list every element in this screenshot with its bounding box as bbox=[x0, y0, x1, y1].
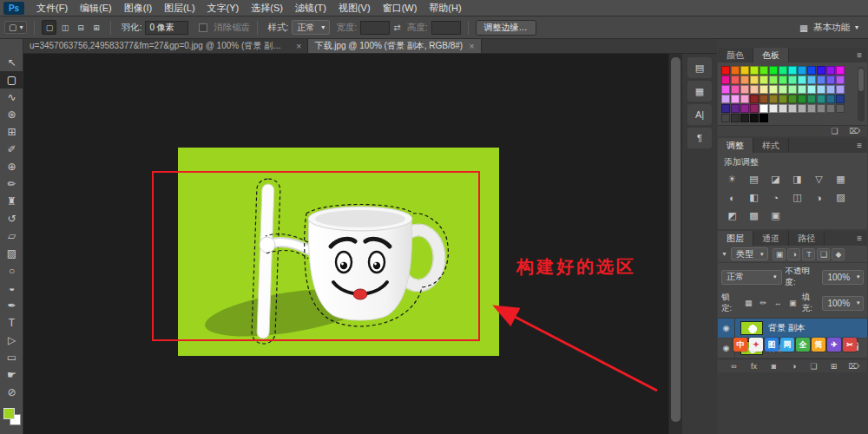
color-swatch[interactable] bbox=[836, 66, 845, 75]
color-swatch[interactable] bbox=[807, 104, 816, 113]
selective-color-adjustment-icon[interactable]: ▣ bbox=[766, 207, 786, 224]
taskbar-icon-7[interactable]: ✈ bbox=[827, 338, 841, 352]
canvas-area[interactable]: 构建好的选区 bbox=[23, 54, 668, 434]
color-swatch[interactable] bbox=[798, 104, 806, 113]
scrollbar-thumb[interactable] bbox=[671, 57, 681, 422]
panel-menu-icon[interactable]: ≡ bbox=[852, 48, 867, 62]
brush-tool[interactable]: ✏ bbox=[0, 175, 23, 193]
document-tab-1[interactable]: u=3457063756,249583377&fm=27&gp=0.jpg @ … bbox=[23, 39, 308, 53]
quick-selection-tool[interactable]: ⊛ bbox=[0, 106, 23, 123]
height-input[interactable] bbox=[431, 21, 461, 35]
intersect-selection-icon[interactable]: ⊞ bbox=[89, 20, 103, 35]
add-to-selection-icon[interactable]: ◫ bbox=[57, 20, 72, 35]
vertical-scrollbar[interactable] bbox=[668, 54, 682, 434]
blend-mode-select[interactable]: 正常 ▾ bbox=[721, 270, 782, 285]
crop-tool[interactable]: ⊞ bbox=[0, 123, 23, 141]
delete-layer-icon[interactable]: ⌦ bbox=[847, 360, 860, 372]
gradient-map-adjustment-icon[interactable]: ▩ bbox=[744, 207, 764, 224]
color-swatch[interactable] bbox=[826, 85, 835, 94]
eyedropper-tool[interactable]: ✐ bbox=[0, 141, 23, 158]
taskbar-icon-8[interactable]: ✂ bbox=[843, 338, 857, 352]
dodge-tool[interactable]: ◒ bbox=[0, 279, 23, 297]
add-layer-mask-icon[interactable]: ◙ bbox=[767, 360, 780, 372]
taskbar-icon-5[interactable]: 全 bbox=[796, 338, 810, 352]
color-swatch[interactable] bbox=[788, 76, 797, 84]
color-swatch[interactable] bbox=[750, 104, 759, 113]
color-swatch[interactable] bbox=[826, 95, 835, 103]
taskbar-icon-4[interactable]: 网 bbox=[780, 338, 794, 352]
color-swatch[interactable] bbox=[826, 66, 835, 75]
menu-item-4[interactable]: 图层(L) bbox=[158, 0, 201, 16]
new-adjustment-layer-icon[interactable]: ◑ bbox=[787, 360, 800, 372]
menu-item-2[interactable]: 编辑(E) bbox=[74, 0, 118, 16]
collapsed-panel-history-icon[interactable]: ▤ bbox=[687, 57, 712, 78]
filter-type-layers-icon[interactable]: T bbox=[802, 248, 815, 260]
photo-filter-adjustment-icon[interactable]: ◔ bbox=[766, 189, 786, 206]
color-swatch[interactable] bbox=[788, 95, 797, 103]
color-swatch[interactable] bbox=[798, 95, 806, 103]
tab-color[interactable]: 颜色 bbox=[718, 48, 753, 62]
color-swatch[interactable] bbox=[760, 104, 768, 113]
threshold-adjustment-icon[interactable]: ◩ bbox=[722, 207, 742, 224]
menu-item-3[interactable]: 图像(I) bbox=[118, 0, 158, 16]
color-swatch[interactable] bbox=[750, 85, 759, 94]
close-icon[interactable]: × bbox=[296, 42, 301, 51]
color-swatch[interactable] bbox=[760, 85, 768, 94]
tab-layers[interactable]: 图层 bbox=[718, 231, 753, 246]
color-swatch[interactable] bbox=[798, 76, 806, 84]
color-swatch[interactable] bbox=[769, 104, 778, 113]
color-swatch[interactable] bbox=[740, 95, 749, 103]
layer-filter-type-select[interactable]: 类型 ▾ bbox=[731, 247, 769, 260]
tab-styles[interactable]: 样式 bbox=[753, 138, 789, 153]
gradient-tool[interactable]: ▨ bbox=[0, 245, 23, 262]
color-swatch[interactable] bbox=[817, 85, 825, 94]
new-group-icon[interactable]: ❏ bbox=[807, 360, 820, 372]
color-swatch[interactable] bbox=[779, 85, 787, 94]
lock-transparent-pixels-icon[interactable]: ▦ bbox=[742, 297, 755, 309]
menu-item-6[interactable]: 选择(S) bbox=[245, 0, 289, 16]
filter-pixel-layers-icon[interactable]: ▣ bbox=[773, 248, 786, 260]
color-swatch[interactable] bbox=[836, 95, 845, 103]
color-swatch[interactable] bbox=[826, 76, 835, 84]
blur-tool[interactable]: ○ bbox=[0, 262, 23, 279]
collapsed-panel-properties-icon[interactable]: ▦ bbox=[687, 81, 712, 102]
color-swatch[interactable] bbox=[836, 85, 845, 94]
color-swatch[interactable] bbox=[731, 104, 740, 113]
color-swatch[interactable] bbox=[740, 76, 749, 84]
color-swatch[interactable] bbox=[807, 95, 816, 103]
taskbar-icon-3[interactable]: 图 bbox=[765, 338, 779, 352]
lasso-tool[interactable]: ∿ bbox=[0, 89, 23, 106]
levels-adjustment-icon[interactable]: ▤ bbox=[744, 171, 764, 187]
color-swatch[interactable] bbox=[740, 66, 749, 75]
rectangular-marquee-tool[interactable]: ▢ bbox=[0, 71, 23, 89]
filter-adjustment-layers-icon[interactable]: ◑ bbox=[787, 248, 800, 260]
menu-item-5[interactable]: 文字(Y) bbox=[201, 0, 246, 16]
color-swatch[interactable] bbox=[740, 85, 749, 94]
color-swatch[interactable] bbox=[817, 66, 825, 75]
vibrance-adjustment-icon[interactable]: ▽ bbox=[809, 171, 829, 187]
workspace-switcher[interactable]: ▦ 基本功能 ▾ bbox=[799, 22, 858, 34]
color-swatch[interactable] bbox=[731, 76, 740, 84]
new-layer-icon[interactable]: ⊞ bbox=[827, 360, 840, 372]
color-swatch[interactable] bbox=[807, 66, 816, 75]
panel-menu-icon[interactable]: ≡ bbox=[852, 138, 867, 153]
taskbar-icon-1[interactable]: 中 bbox=[733, 338, 747, 352]
color-swatch[interactable] bbox=[779, 76, 787, 84]
style-select[interactable]: 正常 ▾ bbox=[292, 20, 330, 35]
foreground-color-swatch[interactable] bbox=[3, 408, 15, 419]
color-swatch[interactable] bbox=[760, 114, 768, 122]
color-swatch[interactable] bbox=[817, 104, 825, 113]
color-swatch[interactable] bbox=[788, 104, 797, 113]
color-swatch[interactable] bbox=[750, 66, 759, 75]
channel-mixer-adjustment-icon[interactable]: ◫ bbox=[787, 189, 807, 206]
curves-adjustment-icon[interactable]: ◪ bbox=[766, 171, 786, 187]
tab-paths[interactable]: 路径 bbox=[789, 231, 825, 246]
color-swatch[interactable] bbox=[731, 66, 740, 75]
delete-swatch-icon[interactable]: ⌦ bbox=[848, 125, 861, 137]
color-swatch[interactable] bbox=[769, 95, 778, 103]
color-swatch[interactable] bbox=[750, 95, 759, 103]
swap-width-height-icon[interactable]: ⇄ bbox=[393, 23, 400, 32]
tab-swatches[interactable]: 色板 bbox=[753, 48, 789, 62]
color-swatch[interactable] bbox=[798, 66, 806, 75]
color-swatch[interactable] bbox=[807, 85, 816, 94]
